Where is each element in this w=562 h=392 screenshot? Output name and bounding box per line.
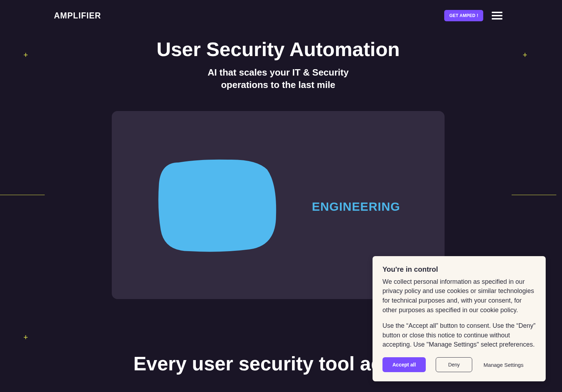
header: AMPLIFIER GET AMPED !: [0, 0, 556, 31]
blob-graphic: [157, 159, 278, 253]
hero-subtitle-line: AI that scales your IT & Security: [0, 66, 556, 79]
logo[interactable]: AMPLIFIER: [54, 11, 101, 21]
decorative-plus-icon: +: [23, 50, 28, 60]
cookie-buttons: Accept all Deny Manage Settings: [382, 357, 536, 372]
manage-settings-link[interactable]: Manage Settings: [484, 362, 524, 368]
cookie-paragraph: We collect personal information as speci…: [382, 277, 536, 315]
accept-all-button[interactable]: Accept all: [382, 357, 426, 372]
panel-label: ENGINEERING: [312, 200, 400, 214]
decorative-line: [512, 195, 556, 195]
hero-title: User Security Automation: [0, 38, 556, 61]
decorative-plus-icon: +: [23, 333, 28, 342]
deny-button[interactable]: Deny: [436, 357, 472, 372]
cookie-title: You're in control: [382, 265, 536, 274]
decorative-line: [0, 195, 45, 195]
hamburger-menu-icon[interactable]: [492, 12, 502, 20]
header-right: GET AMPED !: [444, 10, 502, 21]
decorative-plus-icon: +: [523, 50, 527, 60]
cookie-consent-dialog: You're in control We collect personal in…: [373, 256, 546, 381]
hero-subtitle-line: operations to the last mile: [0, 79, 556, 91]
hero-subtitle: AI that scales your IT & Security operat…: [0, 66, 556, 91]
get-amped-button[interactable]: GET AMPED !: [444, 10, 483, 21]
cookie-paragraph: Use the “Accept all” button to consent. …: [382, 321, 536, 349]
